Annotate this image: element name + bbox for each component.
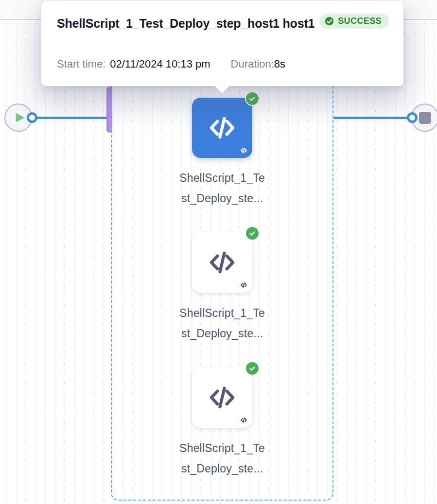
step-node-3[interactable] — [192, 367, 252, 428]
check-circle-icon — [325, 17, 334, 26]
start-time-value: 02/11/2024 10:13 pm — [110, 58, 210, 70]
end-connector-ring — [407, 112, 418, 123]
step-label-line: ShellScript_1_Te — [159, 303, 285, 323]
tooltip-meta: Start time: 02/11/2024 10:13 pm Duration… — [57, 58, 285, 70]
duration-label: Duration: — [231, 58, 274, 70]
step-node-1[interactable] — [192, 98, 252, 158]
code-icon — [206, 381, 239, 414]
step-label-line: st_Deploy_ste... — [159, 188, 285, 209]
tooltip-arrow — [214, 86, 230, 93]
code-mini-icon — [240, 281, 248, 289]
tooltip-title: ShellScript_1_Test_Deploy_step_host1 hos… — [57, 13, 324, 35]
check-icon — [248, 95, 256, 103]
code-icon — [206, 246, 239, 279]
step-label-line: st_Deploy_ste... — [159, 323, 285, 344]
success-badge — [245, 361, 260, 376]
check-icon — [248, 365, 256, 372]
edge-start-to-stage — [32, 117, 108, 119]
code-mini-icon — [240, 146, 248, 155]
status-badge: SUCCESS — [319, 14, 389, 29]
duration-value: 8s — [274, 58, 285, 70]
code-mini-icon — [240, 416, 248, 424]
success-badge — [245, 226, 260, 241]
step-node-2[interactable] — [192, 232, 252, 293]
step-label-line: ShellScript_1_Te — [159, 168, 285, 188]
start-connector-ring — [27, 112, 37, 123]
step-label-2: ShellScript_1_Te st_Deploy_ste... — [159, 303, 285, 344]
execution-tooltip: ShellScript_1_Test_Deploy_step_host1 hos… — [41, 1, 403, 86]
edge-stage-to-end — [333, 117, 412, 119]
step-label-line: ShellScript_1_Te — [159, 438, 285, 458]
play-icon — [14, 112, 25, 123]
status-label: SUCCESS — [338, 16, 382, 26]
start-time-label: Start time: — [57, 58, 105, 70]
success-badge — [245, 91, 260, 106]
stop-icon — [419, 112, 431, 124]
check-icon — [248, 229, 256, 237]
step-label-1: ShellScript_1_Te st_Deploy_ste... — [159, 168, 285, 209]
step-label-line: st_Deploy_ste... — [159, 458, 285, 479]
step-label-3: ShellScript_1_Te st_Deploy_ste... — [159, 438, 285, 479]
code-icon — [206, 111, 239, 144]
